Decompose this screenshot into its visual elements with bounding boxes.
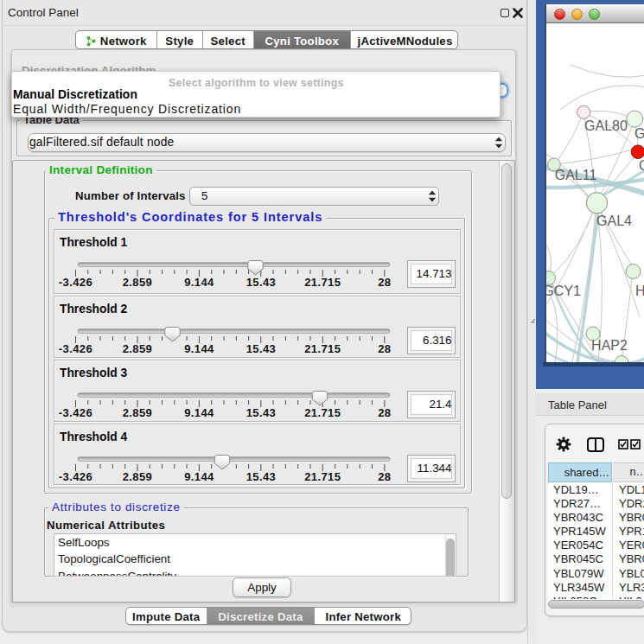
svg-text:HAP2: HAP2 bbox=[591, 338, 628, 353]
svg-text:9.144: 9.144 bbox=[184, 341, 214, 354]
svg-text:21.715: 21.715 bbox=[304, 406, 341, 419]
svg-text:2.859: 2.859 bbox=[123, 406, 153, 419]
svg-text:28: 28 bbox=[378, 470, 391, 483]
svg-text:15.43: 15.43 bbox=[246, 406, 277, 419]
svg-text:GAL: GAL bbox=[634, 126, 644, 141]
svg-text:-3.426: -3.426 bbox=[59, 406, 92, 419]
svg-text:15.43: 15.43 bbox=[246, 275, 277, 288]
svg-text:21.715: 21.715 bbox=[304, 341, 341, 354]
svg-text:2.859: 2.859 bbox=[123, 341, 153, 354]
svg-text:GAL80: GAL80 bbox=[584, 118, 628, 133]
svg-text:28: 28 bbox=[378, 341, 391, 354]
svg-text:9.144: 9.144 bbox=[184, 406, 214, 419]
svg-text:21.715: 21.715 bbox=[304, 275, 341, 288]
svg-text:28: 28 bbox=[378, 275, 391, 288]
svg-text:-3.426: -3.426 bbox=[59, 275, 92, 288]
svg-text:GAL11: GAL11 bbox=[555, 168, 597, 182]
svg-text:21.715: 21.715 bbox=[304, 470, 341, 483]
svg-text:2.859: 2.859 bbox=[123, 470, 153, 483]
svg-text:H: H bbox=[635, 284, 644, 298]
svg-text:-3.426: -3.426 bbox=[59, 470, 92, 483]
svg-text:9.144: 9.144 bbox=[184, 275, 214, 288]
svg-text:15.43: 15.43 bbox=[246, 341, 277, 354]
svg-text:-3.426: -3.426 bbox=[59, 341, 92, 354]
svg-text:28: 28 bbox=[378, 406, 391, 419]
svg-text:GCY1: GCY1 bbox=[546, 284, 581, 298]
svg-text:2.859: 2.859 bbox=[123, 275, 153, 288]
svg-text:9.144: 9.144 bbox=[184, 470, 214, 483]
svg-text:15.43: 15.43 bbox=[246, 470, 277, 483]
svg-text:C: C bbox=[639, 158, 644, 173]
svg-text:GAL4: GAL4 bbox=[596, 214, 632, 228]
